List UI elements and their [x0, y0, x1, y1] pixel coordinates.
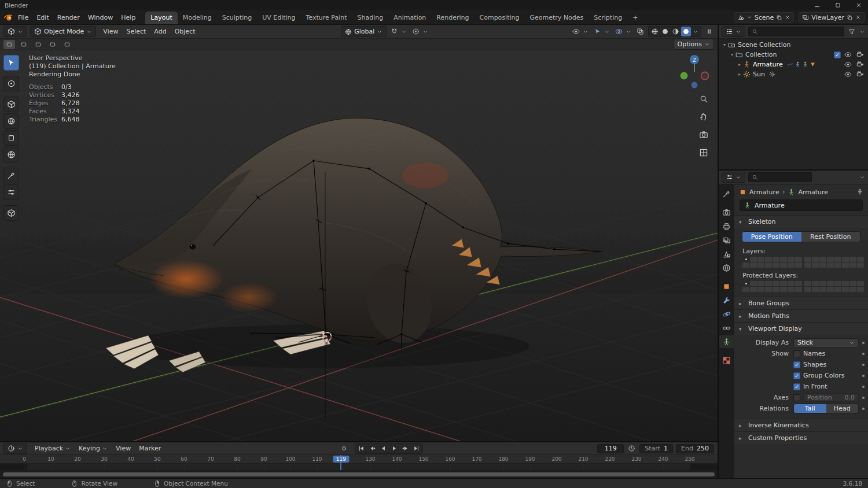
skeleton-layer-toggle[interactable]	[742, 257, 749, 262]
options-dropdown[interactable]: Options	[674, 39, 714, 50]
viewport-display-panel-header[interactable]: ▾ Viewport Display	[734, 322, 868, 335]
select-mode-new-button[interactable]	[3, 40, 15, 49]
workspace-tab-geometry-nodes[interactable]: Geometry Nodes	[524, 12, 589, 24]
protected-layer-toggle[interactable]	[788, 281, 795, 286]
skeleton-layer-toggle[interactable]	[812, 257, 819, 262]
skeleton-layer-toggle[interactable]	[765, 257, 772, 262]
orientation-dropdown[interactable]: Global	[341, 26, 387, 37]
timeline-menu-playback[interactable]: Playback	[31, 443, 75, 454]
skeleton-layer-toggle[interactable]	[780, 257, 787, 262]
jump-to-next-keyframe-button[interactable]	[400, 444, 411, 453]
jump-to-prev-keyframe-button[interactable]	[367, 444, 378, 453]
skeleton-panel-header[interactable]: ▾ Skeleton	[734, 215, 868, 228]
maximize-button[interactable]	[834, 2, 841, 9]
skeleton-layer-toggle[interactable]	[788, 257, 795, 262]
editor-type-button[interactable]	[3, 26, 27, 37]
outliner-row-scene-collection[interactable]: ▾Scene Collection	[719, 40, 868, 50]
properties-tab-scene[interactable]	[719, 247, 734, 260]
timeline-menu-marker[interactable]: Marker	[135, 443, 165, 454]
properties-tab-physics[interactable]	[719, 308, 734, 320]
menu-window[interactable]: Window	[84, 12, 117, 23]
outliner-filter-button[interactable]	[847, 27, 856, 36]
workspace-tab-rendering[interactable]: Rendering	[431, 12, 474, 24]
view-layer-selector[interactable]: ViewLayer	[799, 12, 865, 23]
timeline-editor-type-button[interactable]	[3, 443, 27, 454]
move-tool-button[interactable]	[3, 97, 19, 112]
properties-tab-tool[interactable]	[719, 187, 734, 200]
protected-layer-toggle[interactable]	[757, 287, 764, 292]
hide-in-viewport-toggle[interactable]	[843, 60, 853, 69]
zoom-button[interactable]	[698, 93, 709, 105]
protected-layer-toggle[interactable]	[842, 287, 849, 292]
skeleton-layer-toggle[interactable]	[842, 263, 849, 268]
axis-z-negative-handle[interactable]	[692, 82, 698, 88]
workspace-tab-compositing[interactable]: Compositing	[475, 12, 525, 24]
preview-range-toggle[interactable]	[627, 443, 637, 453]
breadcrumb-data[interactable]: Armature	[798, 188, 828, 196]
skeleton-layer-toggle[interactable]	[750, 257, 757, 262]
properties-tab-object-data[interactable]	[719, 335, 734, 348]
timeline-menu-keying[interactable]: Keying	[75, 443, 112, 454]
properties-search-input[interactable]	[748, 172, 812, 182]
axes-position-slider[interactable]: Position 0.0	[803, 393, 859, 402]
timeline-menu-view[interactable]: View	[112, 443, 135, 454]
protected-layer-toggle[interactable]	[742, 281, 749, 286]
axis-y-handle[interactable]	[681, 72, 688, 80]
transform-tool-button[interactable]	[3, 147, 19, 162]
remove-view-layer-icon[interactable]	[855, 14, 861, 20]
menu-file[interactable]: File	[14, 12, 32, 23]
protected-layer-toggle[interactable]	[780, 281, 787, 286]
measure-tool-button[interactable]	[3, 184, 19, 200]
shapes-checkbox[interactable]: ✓	[793, 361, 800, 368]
skeleton-layer-toggle[interactable]	[849, 257, 856, 262]
skeleton-layer-toggle[interactable]	[773, 263, 779, 268]
select-mode-invert-button[interactable]	[47, 40, 58, 49]
protected-layer-toggle[interactable]	[819, 287, 826, 292]
properties-tab-world[interactable]	[719, 261, 734, 274]
workspace-tab-sculpting[interactable]: Sculpting	[217, 12, 257, 24]
display-as-dropdown[interactable]: Stick	[793, 338, 859, 347]
protected-layer-toggle[interactable]	[750, 281, 757, 286]
blender-logo-icon[interactable]	[3, 13, 13, 22]
protected-layer-toggle[interactable]	[795, 287, 802, 292]
protected-layer-toggle[interactable]	[857, 281, 864, 286]
motion-paths-panel-header[interactable]: ▸ Motion Paths	[734, 309, 868, 322]
rest-position-button[interactable]: Rest Position	[801, 232, 860, 242]
mode-dropdown[interactable]: Object Mode	[30, 26, 96, 37]
select-mode-intersect-button[interactable]	[61, 40, 73, 49]
select-box-tool-button[interactable]	[3, 55, 19, 71]
viewport-menu-view[interactable]: View	[99, 26, 122, 37]
protected-layer-toggle[interactable]	[765, 287, 772, 292]
skeleton-layer-toggle[interactable]	[773, 257, 779, 262]
wireframe-shading-button[interactable]	[650, 27, 660, 36]
toggle-projection-button[interactable]	[698, 147, 709, 158]
workspace-tab-texture-paint[interactable]: Texture Paint	[301, 12, 352, 24]
material-preview-button[interactable]	[671, 27, 681, 36]
pause-render-button[interactable]	[704, 27, 714, 36]
hide-in-viewport-toggle[interactable]	[843, 69, 853, 79]
start-frame-field[interactable]: Start1	[639, 444, 673, 453]
protected-layer-toggle[interactable]	[842, 281, 849, 286]
skeleton-layer-toggle[interactable]	[757, 263, 764, 268]
protected-layer-toggle[interactable]	[827, 287, 834, 292]
protected-layer-toggle[interactable]	[849, 287, 856, 292]
auto-keying-toggle[interactable]	[339, 443, 349, 453]
properties-tab-render[interactable]	[719, 206, 734, 219]
properties-tab-constraints[interactable]	[719, 321, 734, 334]
skeleton-layer-toggle[interactable]	[819, 257, 826, 262]
disable-in-renders-toggle[interactable]	[855, 50, 865, 60]
custom-properties-panel-header[interactable]: ▸ Custom Properties	[734, 431, 868, 444]
animate-dot[interactable]	[862, 386, 865, 388]
inverse-kinematics-panel-header[interactable]: ▸ Inverse Kinematics	[734, 419, 868, 431]
current-frame-field[interactable]: 119	[597, 444, 624, 453]
close-button[interactable]	[855, 2, 862, 9]
protected-layer-toggle[interactable]	[834, 287, 841, 292]
timeline-track[interactable]: 0102030405060708090100110130140150160170…	[0, 455, 718, 470]
horizontal-scrollbar[interactable]	[3, 472, 715, 476]
object-visibility-button[interactable]	[571, 27, 581, 36]
scene-selector[interactable]: Scene	[734, 12, 795, 23]
viewport-canvas[interactable]	[0, 50, 718, 441]
skeleton-layer-toggle[interactable]	[849, 263, 856, 268]
skeleton-layer-toggle[interactable]	[827, 257, 834, 262]
properties-tab-object[interactable]	[719, 280, 734, 293]
